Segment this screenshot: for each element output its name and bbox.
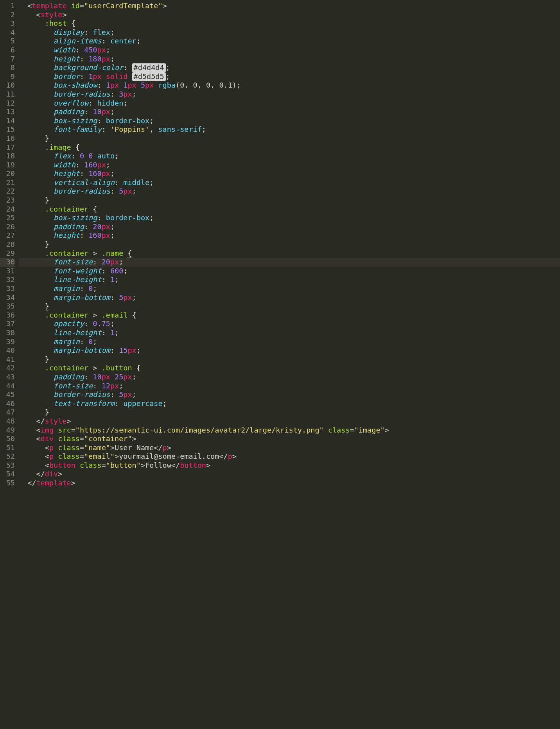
code-line[interactable]: padding: 10px 25px;	[19, 373, 560, 382]
line-number: 27	[0, 231, 15, 240]
code-line[interactable]: }	[19, 240, 560, 249]
line-number: 32	[0, 275, 15, 284]
line-number: 16	[0, 134, 15, 143]
line-number: 2	[0, 11, 15, 20]
code-line[interactable]: border-radius: 5px;	[19, 390, 560, 399]
code-line[interactable]: .container > .email {	[19, 311, 560, 320]
code-line[interactable]: margin: 0;	[19, 338, 560, 347]
code-line[interactable]: font-size: 20px;	[19, 258, 560, 267]
code-line[interactable]: text-transform: uppercase;	[19, 399, 560, 408]
code-line[interactable]: :host {	[19, 19, 560, 28]
code-line[interactable]: <p class="email">yourmail@some-email.com…	[19, 452, 560, 461]
line-number: 51	[0, 444, 15, 452]
code-line[interactable]: height: 180px;	[19, 55, 560, 64]
code-line[interactable]: }	[19, 355, 560, 364]
line-number: 24	[0, 205, 15, 214]
code-line[interactable]: .container {	[19, 205, 560, 214]
code-line[interactable]: box-shadow: 1px 1px 5px rgba(0, 0, 0, 0.…	[19, 81, 560, 90]
code-line[interactable]: height: 160px;	[19, 231, 560, 240]
line-number: 48	[0, 417, 15, 426]
code-line[interactable]: padding: 20px;	[19, 223, 560, 232]
line-number: 40	[0, 346, 15, 355]
line-number: 41	[0, 355, 15, 364]
code-line[interactable]: .image {	[19, 143, 560, 152]
code-line[interactable]: height: 160px;	[19, 169, 560, 178]
line-number: 31	[0, 267, 15, 276]
code-line[interactable]: <style>	[19, 11, 560, 20]
line-number: 44	[0, 382, 15, 391]
code-line[interactable]: align-items: center;	[19, 37, 560, 46]
line-number: 12	[0, 99, 15, 108]
code-line[interactable]: </div>	[19, 470, 560, 479]
code-line[interactable]: display: flex;	[19, 28, 560, 37]
line-number: 23	[0, 196, 15, 205]
line-number: 18	[0, 152, 15, 161]
line-number: 42	[0, 364, 15, 373]
code-line[interactable]: font-weight: 600;	[19, 267, 560, 276]
line-number: 7	[0, 55, 15, 64]
code-line[interactable]: opacity: 0.75;	[19, 320, 560, 329]
code-line[interactable]: font-family: 'Poppins', sans-serif;	[19, 125, 560, 134]
code-line[interactable]: <button class="button">Follow</button>	[19, 461, 560, 470]
code-line[interactable]: <img src="https://semantic-ui.com/images…	[19, 426, 560, 435]
line-number: 45	[0, 390, 15, 399]
code-line[interactable]: }	[19, 196, 560, 205]
code-editor-content[interactable]: <template id="userCardTemplate"> <style>…	[19, 0, 560, 488]
line-number: 8	[0, 63, 15, 72]
code-line[interactable]: background-color: #d4d4d4;	[19, 63, 560, 72]
line-number: 38	[0, 329, 15, 338]
code-line[interactable]: width: 160px;	[19, 161, 560, 170]
code-line[interactable]: }	[19, 408, 560, 417]
code-line[interactable]: vertical-align: middle;	[19, 178, 560, 187]
line-number: 3	[0, 19, 15, 28]
line-number: 29	[0, 249, 15, 258]
line-number: 13	[0, 108, 15, 117]
line-number: 4	[0, 28, 15, 37]
code-line[interactable]: </style>	[19, 417, 560, 426]
code-line[interactable]: margin-bottom: 5px;	[19, 293, 560, 302]
code-line[interactable]: }	[19, 302, 560, 311]
line-number: 20	[0, 169, 15, 178]
line-number: 1	[0, 2, 15, 11]
code-line[interactable]: border: 1px solid #d5d5d5;	[19, 72, 560, 81]
code-line[interactable]: box-sizing: border-box;	[19, 117, 560, 126]
line-number: 6	[0, 46, 15, 55]
code-line[interactable]: </template>	[19, 479, 560, 488]
line-number: 11	[0, 90, 15, 99]
code-line[interactable]: <template id="userCardTemplate">	[19, 2, 560, 11]
code-line[interactable]: <p class="name">User Name</p>	[19, 444, 560, 452]
line-number: 22	[0, 187, 15, 196]
line-number: 36	[0, 311, 15, 320]
line-number: 34	[0, 293, 15, 302]
line-number: 54	[0, 470, 15, 479]
line-number: 17	[0, 143, 15, 152]
line-number: 46	[0, 399, 15, 408]
code-line[interactable]: border-radius: 5px;	[19, 187, 560, 196]
code-line[interactable]: border-radius: 3px;	[19, 90, 560, 99]
code-line[interactable]: overflow: hidden;	[19, 99, 560, 108]
code-line[interactable]: line-height: 1;	[19, 329, 560, 338]
line-number: 47	[0, 408, 15, 417]
line-number: 14	[0, 117, 15, 126]
code-line[interactable]: padding: 10px;	[19, 108, 560, 117]
line-number: 43	[0, 373, 15, 382]
code-line[interactable]: }	[19, 134, 560, 143]
code-line[interactable]: box-sizing: border-box;	[19, 214, 560, 223]
code-line[interactable]: font-size: 12px;	[19, 382, 560, 391]
line-number: 10	[0, 81, 15, 90]
code-line[interactable]: margin-bottom: 15px;	[19, 346, 560, 355]
code-line[interactable]: .container > .name {	[19, 249, 560, 258]
line-number-gutter: 1234567891011121314151617181920212223242…	[0, 0, 19, 488]
code-line[interactable]: flex: 0 0 auto;	[19, 152, 560, 161]
line-number: 9	[0, 72, 15, 81]
line-number: 37	[0, 320, 15, 329]
line-number: 28	[0, 240, 15, 249]
code-line[interactable]: <div class="container">	[19, 435, 560, 444]
code-line[interactable]: .container > .button {	[19, 364, 560, 373]
code-line[interactable]: margin: 0;	[19, 284, 560, 293]
line-number: 49	[0, 426, 15, 435]
line-number: 39	[0, 338, 15, 347]
code-line[interactable]: line-height: 1;	[19, 275, 560, 284]
code-line[interactable]: width: 450px;	[19, 46, 560, 55]
line-number: 33	[0, 284, 15, 293]
